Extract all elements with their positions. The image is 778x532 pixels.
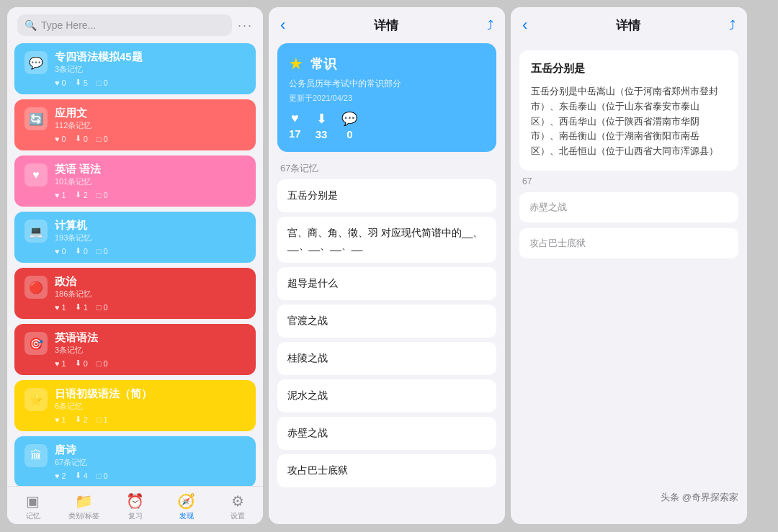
stat-downloads: ⬇ 1 <box>75 302 88 312</box>
deck-icon: 🔄 <box>24 107 48 130</box>
deck-sub: 67条记忆 <box>55 457 246 468</box>
answer-back-button[interactable]: ‹ <box>522 16 527 35</box>
download-icon: ⬇ <box>75 246 81 256</box>
deck-item[interactable]: 💻 计算机 193条记忆 ♥ 0 ⬇ 0 □ 0 <box>14 212 256 263</box>
comment-icon: □ <box>97 191 102 199</box>
likes-num: 17 <box>289 127 301 140</box>
stat-comments: □ 0 <box>97 247 108 256</box>
tab-item-复习[interactable]: ⏰ 复习 <box>109 492 161 521</box>
card-list-item[interactable]: 超导是什么 <box>277 267 496 300</box>
card-list-item[interactable]: 泥水之战 <box>277 379 496 412</box>
heart-icon: ♥ <box>55 415 60 424</box>
deck-item[interactable]: ♥ 英语 语法 101条记忆 ♥ 1 ⬇ 2 □ 0 <box>14 155 256 207</box>
card-list-item[interactable]: 五岳分别是 <box>277 179 496 212</box>
stat-comments: □ 0 <box>97 303 108 312</box>
stat-likes-num: 0 <box>62 78 66 87</box>
stat-likes-num: 1 <box>62 415 66 424</box>
answer-text: 五岳分别是中岳嵩山（位于河南省郑州市登封市）、东岳泰山（位于山东省泰安市泰山区）… <box>531 84 727 159</box>
tab-item-类别/标签[interactable]: 📁 类别/标签 <box>58 492 109 521</box>
comment-icon: □ <box>97 135 102 143</box>
stat-comments: □ 0 <box>97 472 108 480</box>
stat-likes-num: 1 <box>62 359 66 368</box>
answer-card: 五岳分别是 五岳分别是中岳嵩山（位于河南省郑州市登封市）、东岳泰山（位于山东省泰… <box>519 50 738 171</box>
card-list: 五岳分别是宫、商、角、徵、羽 对应现代简谱中的__、__、__、__、__超导是… <box>269 179 505 524</box>
downloads-count: ⬇ 33 <box>316 111 328 140</box>
answer-content: 五岳分别是 五岳分别是中岳嵩山（位于河南省郑州市登封市）、东岳泰山（位于山东省泰… <box>511 43 747 524</box>
stat-comments-num: 0 <box>103 78 107 87</box>
comment-icon: □ <box>97 78 102 87</box>
answer-share-button[interactable]: ⤴ <box>729 18 735 33</box>
search-placeholder: Type Here... <box>41 19 96 31</box>
back-button[interactable]: ‹ <box>280 16 285 35</box>
card-list-item[interactable]: 官渡之战 <box>277 305 496 338</box>
download-icon: ⬇ <box>75 302 81 312</box>
deck-item[interactable]: 🔴 政治 186条记忆 ♥ 1 ⬇ 1 □ 0 <box>14 268 256 319</box>
deck-icon: ⭐ <box>24 388 48 411</box>
search-bar: 🔍 Type Here... ··· <box>7 7 263 43</box>
answer-panel: ‹ 详情 ⤴ 五岳分别是 五岳分别是中岳嵩山（位于河南省郑州市登封市）、东岳泰山… <box>511 7 747 524</box>
heart-icon: ♥ <box>55 78 60 87</box>
tab-label: 记忆 <box>26 511 40 521</box>
comment-icon: 💬 <box>341 111 357 127</box>
stat-comments: □ 1 <box>97 415 108 424</box>
comments-count: 💬 0 <box>341 111 357 140</box>
stat-comments: □ 0 <box>97 78 108 87</box>
tab-item-设置[interactable]: ⚙ 设置 <box>212 492 263 521</box>
tab-item-发现[interactable]: 🧭 发现 <box>161 492 212 521</box>
deck-icon: 🎯 <box>24 332 48 355</box>
watermark: 头条 @奇界探索家 <box>661 491 738 504</box>
comments-num: 0 <box>346 128 352 140</box>
tab-icon: ⏰ <box>126 492 144 510</box>
search-icon: 🔍 <box>24 19 37 31</box>
deck-item[interactable]: ⭐ 日语初级语法（简） 6条记忆 ♥ 1 ⬇ 2 □ 1 <box>14 380 256 431</box>
deck-sub: 186条记忆 <box>55 289 246 299</box>
download-icon: ⬇ <box>75 471 81 480</box>
stat-downloads: ⬇ 0 <box>75 246 88 256</box>
share-button[interactable]: ⤴ <box>487 18 493 33</box>
download-icon: ⬇ <box>75 190 81 199</box>
deck-item[interactable]: 🏛 唐诗 67条记忆 ♥ 2 ⬇ 4 □ 0 <box>14 436 256 486</box>
deck-item[interactable]: 💬 专四语法模拟45题 3条记忆 ♥ 0 ⬇ 5 □ 0 <box>14 43 256 94</box>
deck-sub: 112条记忆 <box>55 120 246 131</box>
tab-item-记忆[interactable]: ▣ 记忆 <box>7 492 58 521</box>
stat-likes: ♥ 0 <box>55 135 66 143</box>
card-deck-name: 常识 <box>310 55 336 73</box>
star-icon: ★ <box>289 55 303 73</box>
card-description: 公务员历年考试中的常识部分 <box>289 78 485 90</box>
likes-count: ♥ 17 <box>289 111 301 140</box>
stat-downloads: ⬇ 5 <box>75 78 88 87</box>
stat-downloads: ⬇ 2 <box>75 190 88 199</box>
search-input-wrap[interactable]: 🔍 Type Here... <box>17 14 232 36</box>
tab-icon: 🧭 <box>177 492 195 510</box>
answer-header: ‹ 详情 ⤴ <box>511 7 747 43</box>
stat-downloads-num: 2 <box>84 191 88 199</box>
card-list-item[interactable]: 桂陵之战 <box>277 342 496 375</box>
stat-comments-num: 0 <box>103 472 107 480</box>
heart-icon: ♥ <box>55 472 60 480</box>
stat-comments: □ 0 <box>97 135 108 143</box>
comment-icon: □ <box>97 472 102 480</box>
stat-likes: ♥ 1 <box>55 359 66 368</box>
card-list-item[interactable]: 赤壁之战 <box>277 417 496 450</box>
card-date: 更新于2021/04/23 <box>289 93 485 104</box>
downloads-num: 33 <box>316 128 328 140</box>
answer-list-item[interactable]: 攻占巴士底狱 <box>519 228 738 258</box>
stat-comments-num: 1 <box>103 415 107 424</box>
answer-list-item[interactable]: 赤壁之战 <box>519 192 738 222</box>
detail-header-title: 详情 <box>374 17 398 34</box>
deck-title: 专四语法模拟45题 <box>55 50 246 64</box>
deck-title: 唐诗 <box>55 443 246 457</box>
more-dots-button[interactable]: ··· <box>238 18 253 33</box>
deck-item[interactable]: 🎯 英语语法 3条记忆 ♥ 1 ⬇ 0 □ 0 <box>14 324 256 375</box>
stat-comments-num: 0 <box>103 135 107 143</box>
detail-panel: ‹ 详情 ⤴ ★ 常识 公务员历年考试中的常识部分 更新于2021/04/23 … <box>269 7 505 524</box>
download-icon: ⬇ <box>75 78 81 87</box>
deck-item[interactable]: 🔄 应用文 112条记忆 ♥ 0 ⬇ 0 □ 0 <box>14 99 256 150</box>
card-list-item[interactable]: 宫、商、角、徵、羽 对应现代简谱中的__、__、__、__、__ <box>277 217 496 263</box>
heart-icon: ♥ <box>55 247 60 256</box>
heart-icon: ♥ <box>55 303 60 312</box>
stat-comments-num: 0 <box>103 303 107 312</box>
card-list-item[interactable]: 攻占巴士底狱 <box>277 454 496 487</box>
deck-title: 英语 语法 <box>55 163 246 176</box>
stat-downloads-num: 0 <box>84 247 88 256</box>
